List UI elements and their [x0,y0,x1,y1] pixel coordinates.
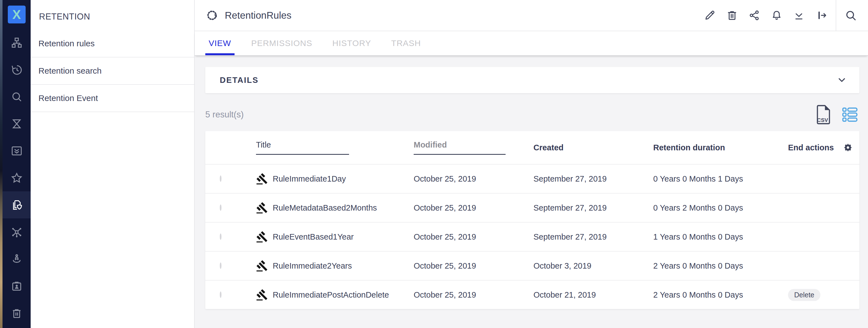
app-screen: X [0,0,868,328]
sidebar-item-tasks[interactable] [2,137,31,164]
nuxeo-logo-icon: X [8,6,26,23]
export-csv-button[interactable]: CSV [815,104,832,125]
search-icon [10,90,23,103]
row-select-radio[interactable] [220,292,221,298]
document-header: RetentionRules [195,0,868,31]
column-header-modified[interactable]: Modified [414,140,533,155]
gavel-icon [256,173,268,185]
sidebar-item-search[interactable] [2,83,31,110]
column-header-retention-duration[interactable]: Retention duration [653,143,788,152]
gavel-icon [256,231,268,243]
details-section: DETAILS [205,67,859,93]
row-title: RuleImmediate2Years [273,261,352,271]
results-bar: 5 result(s) CSV [205,107,859,123]
column-header-created[interactable]: Created [533,143,653,152]
tab-history[interactable]: HISTORY [329,31,374,55]
download-button[interactable] [791,7,807,23]
row-select-radio[interactable] [220,175,221,182]
row-select-radio[interactable] [220,263,221,269]
menu-item-retention-rules[interactable]: Retention rules [31,30,194,57]
column-header-end-actions[interactable]: End actions [788,143,843,152]
search-icon [844,9,858,22]
trash-icon [726,9,738,22]
pencil-icon [704,9,716,22]
row-modified: October 25, 2019 [414,203,533,213]
row-created: September 27, 2019 [533,174,653,184]
row-select-radio[interactable] [220,234,221,240]
row-modified: October 25, 2019 [414,232,533,242]
end-action-badge: Delete [788,289,820,301]
tab-trash[interactable]: TRASH [388,31,424,55]
share-button[interactable] [747,7,762,23]
page-title: RetentionRules [225,10,291,21]
row-created: October 21, 2019 [533,290,653,300]
dotted-circle-folder-icon [207,9,219,22]
svg-text:CSV: CSV [817,117,828,123]
row-retention-duration: 0 Years 0 Months 1 Days [653,174,788,184]
sidebar-item-history[interactable] [2,56,31,83]
app-logo[interactable]: X [2,0,31,29]
table-view-toggle-button[interactable] [842,107,858,122]
sidebar-item-user-admin[interactable] [2,245,31,273]
results-count: 5 result(s) [205,110,244,120]
table-row[interactable]: RuleEventBased1Year October 25, 2019 Sep… [205,222,859,251]
row-retention-duration: 1 Years 0 Months 0 Days [653,232,788,242]
table-row[interactable]: RuleMetadataBased2Months October 25, 201… [205,193,859,222]
details-collapse-toggle[interactable] [837,75,847,85]
row-created: September 27, 2019 [533,203,653,213]
row-title: RuleImmediate1Day [273,174,346,184]
share-icon [748,9,761,22]
table-row[interactable]: RuleImmediate2Years October 25, 2019 Oct… [205,251,859,280]
trash-icon [10,307,23,320]
tasks-list-icon [10,144,23,157]
menu-item-retention-search[interactable]: Retention search [31,57,194,85]
table-view-icon [842,107,858,122]
bell-icon [771,9,783,22]
app-icon-rail: X [2,0,31,328]
tab-permissions[interactable]: PERMISSIONS [248,31,316,55]
retention-shield-doc-icon [10,198,23,212]
row-created: September 27, 2019 [533,232,653,242]
row-retention-duration: 2 Years 0 Months 0 Days [653,261,788,271]
edit-button[interactable] [702,7,718,23]
main-area: RetentionRules [195,0,868,328]
sidebar-item-favorites[interactable] [2,164,31,191]
row-retention-duration: 0 Years 2 Months 0 Days [653,203,788,213]
browse-tree-icon [10,36,23,49]
download-icon [793,9,805,22]
table-row[interactable]: RuleImmediatePostActionDelete October 25… [205,280,859,309]
column-settings-button[interactable] [843,143,853,152]
row-modified: October 25, 2019 [414,261,533,271]
row-title: RuleImmediatePostActionDelete [273,290,389,300]
document-tabs: VIEW PERMISSIONS HISTORY TRASH [195,31,868,56]
export-button[interactable] [813,7,829,23]
results-table: Title Modified Created Retention duratio… [205,131,859,309]
sidebar-item-trash[interactable] [2,300,31,327]
favorites-star-icon [10,171,23,184]
sidebar-item-administration[interactable] [2,218,31,245]
sidebar-item-retention[interactable] [2,191,31,218]
document-actions [702,0,859,31]
sidebar-item-pending-tasks[interactable] [2,110,31,137]
network-hub-icon [10,226,23,239]
menu-item-retention-event[interactable]: Retention Event [31,85,194,112]
retention-menu-panel: RETENTION Retention rules Retention sear… [31,0,195,328]
alerts-button[interactable] [769,7,784,23]
gavel-icon [256,289,268,301]
column-header-title[interactable]: Title [256,140,414,155]
header-divider [836,0,836,31]
row-select-radio[interactable] [220,204,221,211]
row-end-actions: Delete [788,289,843,301]
search-button[interactable] [843,7,859,23]
sidebar-item-browse[interactable] [2,29,31,56]
row-modified: October 25, 2019 [414,174,533,184]
sidebar-item-user-profile[interactable] [2,273,31,300]
desktop-wallpaper-sliver [0,0,2,328]
row-title: RuleEventBased1Year [273,232,354,242]
gavel-icon [256,260,268,272]
delete-button[interactable] [724,7,740,23]
admin-user-icon [10,253,23,266]
tab-view[interactable]: VIEW [205,31,235,55]
table-row[interactable]: RuleImmediate1Day October 25, 2019 Septe… [205,164,859,193]
csv-file-icon: CSV [815,104,832,125]
